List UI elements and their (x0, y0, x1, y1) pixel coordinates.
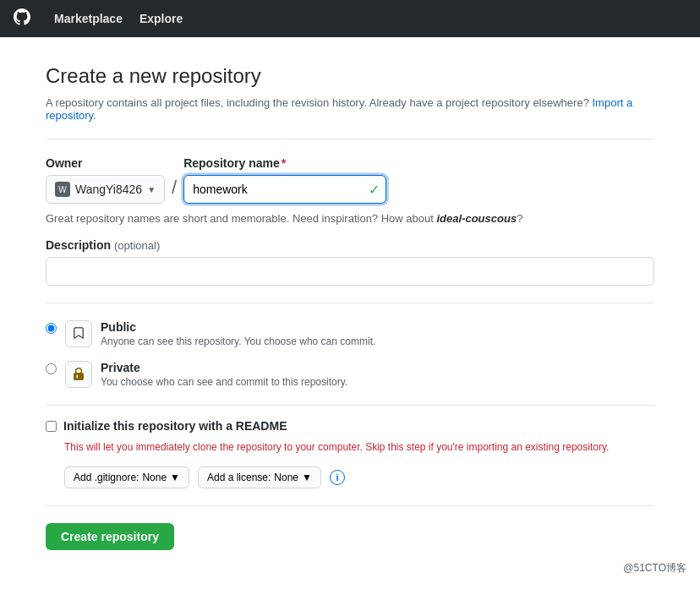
init-label[interactable]: Initialize this repository with a README (63, 419, 287, 433)
description-label: Description(optional) (46, 238, 654, 252)
public-icon (65, 320, 92, 347)
repo-hint: Great repository names are short and mem… (46, 212, 654, 225)
public-text: Public Anyone can see this repository. Y… (101, 320, 375, 347)
license-value: None (274, 472, 298, 483)
license-label: Add a license: (207, 472, 271, 483)
optional-label: (optional) (114, 239, 160, 252)
owner-label: Owner (46, 156, 165, 170)
header-divider (46, 139, 654, 139)
owner-value: WangYi8426 (75, 183, 142, 196)
private-text: Private You choose who can see and commi… (101, 361, 347, 388)
repo-name-input-wrap: ✓ (183, 175, 386, 204)
bottom-divider (46, 505, 654, 506)
owner-caret-icon: ▼ (147, 185, 156, 194)
check-icon: ✓ (369, 182, 380, 198)
gitignore-label: Add .gitignore: (74, 472, 139, 483)
gitignore-caret-icon: ▼ (170, 472, 180, 483)
main-content: Create a new repository A repository con… (29, 64, 671, 550)
init-section: Initialize this repository with a README… (46, 405, 654, 488)
public-title: Public (101, 320, 375, 334)
owner-field-group: Owner W WangYi8426 ▼ (46, 156, 165, 204)
private-icon (65, 361, 92, 388)
gitignore-value: None (142, 472, 167, 483)
visibility-section: Public Anyone can see this repository. Y… (46, 320, 654, 388)
info-icon[interactable]: i (330, 470, 345, 485)
navbar: Marketplace Explore (0, 0, 700, 37)
intro-text: A repository contains all project files,… (46, 96, 654, 122)
mid-divider (46, 303, 654, 303)
page-title: Create a new repository (46, 64, 654, 88)
private-radio[interactable] (46, 363, 57, 374)
repo-name-field-group: Repository name* ✓ (183, 156, 386, 204)
repo-name-input[interactable] (183, 175, 386, 204)
visibility-public-option: Public Anyone can see this repository. Y… (46, 320, 654, 347)
create-repository-button[interactable]: Create repository (46, 523, 174, 550)
license-dropdown[interactable]: Add a license: None ▼ (198, 466, 321, 488)
license-caret-icon: ▼ (302, 472, 312, 483)
nav-marketplace[interactable]: Marketplace (54, 12, 123, 25)
private-title: Private (101, 361, 347, 374)
init-readme-checkbox[interactable] (46, 421, 57, 432)
required-star: * (282, 156, 286, 170)
init-checkbox-row: Initialize this repository with a README (46, 419, 654, 433)
visibility-private-option: Private You choose who can see and commi… (46, 361, 654, 388)
repo-name-label: Repository name* (183, 156, 386, 170)
github-logo-icon (14, 8, 30, 30)
owner-repo-row: Owner W WangYi8426 ▼ / Repository name* … (46, 156, 654, 204)
watermark: @51CTO博客 (623, 561, 686, 575)
gitignore-dropdown[interactable]: Add .gitignore: None ▼ (64, 466, 189, 488)
owner-select[interactable]: W WangYi8426 ▼ (46, 175, 165, 204)
init-desc: This will let you immediately clone the … (64, 439, 654, 455)
nav-explore[interactable]: Explore (139, 12, 183, 25)
public-radio[interactable] (46, 323, 57, 334)
owner-repo-section: Owner W WangYi8426 ▼ / Repository name* … (46, 156, 654, 286)
description-input[interactable] (46, 257, 654, 286)
slash-separator: / (172, 177, 177, 200)
private-desc: You choose who can see and commit to thi… (101, 376, 347, 388)
public-desc: Anyone can see this repository. You choo… (101, 335, 375, 347)
owner-avatar: W (55, 182, 70, 197)
dropdown-row: Add .gitignore: None ▼ Add a license: No… (64, 466, 654, 488)
